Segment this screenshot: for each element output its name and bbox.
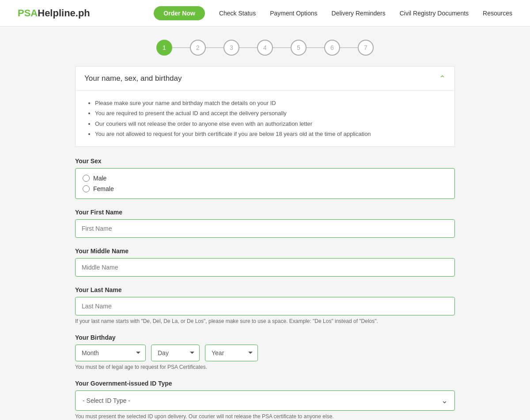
step-3: 3 [223, 40, 239, 56]
birthday-day-select[interactable]: Day [151, 345, 200, 361]
step-line-6 [340, 47, 358, 48]
step-line-3 [239, 47, 257, 48]
site-logo: PSAHelpline.ph [18, 8, 90, 19]
first-name-input[interactable] [75, 219, 455, 238]
step-line-2 [206, 47, 223, 48]
notice-box: Please make sure your name and birthday … [75, 91, 455, 147]
last-name-label: Your Last Name [75, 286, 455, 293]
nav-civil-registry[interactable]: Civil Registry Documents [400, 10, 469, 17]
form-area: Your Sex Male Female Your First Name You… [75, 147, 455, 420]
id-type-select[interactable]: - Select ID Type - Passport Driver's Lic… [75, 390, 455, 411]
order-now-button[interactable]: Order Now [154, 6, 205, 20]
id-type-group: Your Government-issued ID Type - Select … [75, 380, 455, 420]
step-1: 1 [156, 40, 172, 56]
step-5: 5 [291, 40, 307, 56]
notice-item-3: Our couriers will not release the order … [95, 119, 444, 129]
notice-item-1: Please make sure your name and birthday … [95, 98, 444, 108]
birthday-hint: You must be of legal age to request for … [75, 364, 455, 370]
navbar: PSAHelpline.ph Order Now Check Status Pa… [0, 0, 530, 26]
sex-male-radio[interactable] [83, 175, 90, 182]
sex-female-radio[interactable] [83, 185, 90, 192]
first-name-label: Your First Name [75, 209, 455, 216]
middle-name-label: Your Middle Name [75, 248, 455, 255]
sex-male-label[interactable]: Male [83, 175, 447, 182]
step-indicator: 1 2 3 4 5 6 7 [75, 40, 455, 56]
birthday-label: Your Birthday [75, 334, 455, 341]
logo-green: PSA [18, 8, 38, 19]
id-select-wrapper: - Select ID Type - Passport Driver's Lic… [75, 390, 455, 411]
birthday-month-select[interactable]: Month JanuaryFebruaryMarch AprilMayJune … [75, 345, 146, 361]
nav-delivery-reminders[interactable]: Delivery Reminders [332, 10, 386, 17]
nav-resources[interactable]: Resources [483, 10, 512, 17]
step-4: 4 [257, 40, 273, 56]
step-2: 2 [190, 40, 206, 56]
id-type-label: Your Government-issued ID Type [75, 380, 455, 387]
logo-black: Helpline.ph [38, 8, 90, 19]
step-line-4 [273, 47, 291, 48]
birthday-row: Month JanuaryFebruaryMarch AprilMayJune … [75, 345, 455, 361]
step-6: 6 [324, 40, 340, 56]
sex-options-box: Male Female [75, 168, 455, 199]
step-line-5 [307, 47, 324, 48]
middle-name-input[interactable] [75, 258, 455, 277]
collapse-chevron[interactable]: ⌃ [439, 74, 446, 83]
last-name-group: Your Last Name If your last name starts … [75, 286, 455, 324]
middle-name-group: Your Middle Name [75, 248, 455, 277]
sex-group: Your Sex Male Female [75, 158, 455, 199]
nav-payment-options[interactable]: Payment Options [270, 10, 317, 17]
sex-female-text: Female [93, 185, 114, 192]
step-line-1 [172, 47, 190, 48]
nav-check-status[interactable]: Check Status [219, 10, 256, 17]
section-title: Your name, sex, and birthday [84, 74, 182, 83]
step-7: 7 [358, 40, 374, 56]
birthday-year-select[interactable]: Year [205, 345, 258, 361]
notice-item-4: You are not allowed to request for your … [95, 129, 444, 139]
notice-item-2: You are required to present the actual I… [95, 108, 444, 118]
id-type-hint: You must present the selected ID upon de… [75, 413, 455, 420]
sex-male-text: Male [93, 175, 106, 182]
sex-female-label[interactable]: Female [83, 185, 447, 192]
last-name-input[interactable] [75, 297, 455, 315]
first-name-group: Your First Name [75, 209, 455, 238]
last-name-hint: If your last name starts with "De, Del, … [75, 318, 455, 324]
section-header: Your name, sex, and birthday ⌃ [75, 66, 455, 91]
main-content: 1 2 3 4 5 6 7 Your name, sex, and birthd… [66, 40, 464, 420]
birthday-group: Your Birthday Month JanuaryFebruaryMarch… [75, 334, 455, 370]
sex-label: Your Sex [75, 158, 455, 165]
